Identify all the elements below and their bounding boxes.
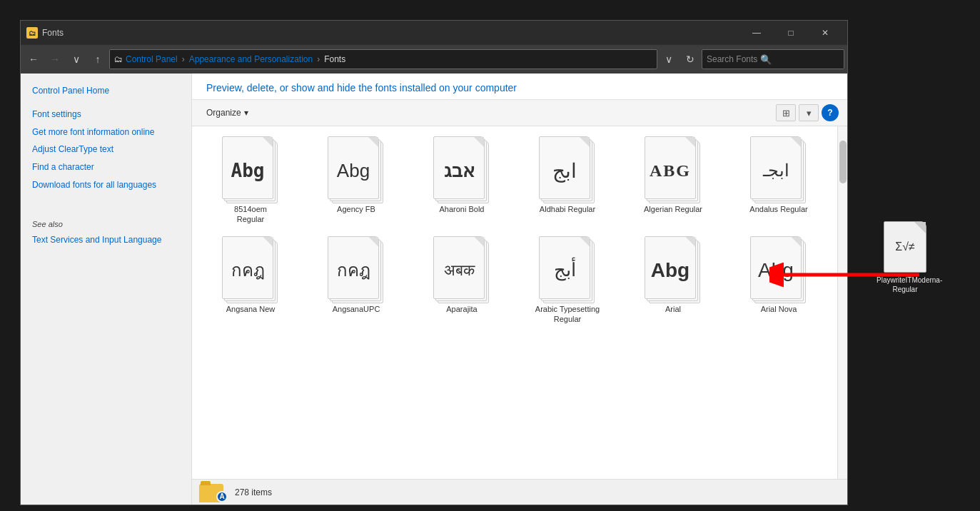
folder-tab bbox=[201, 481, 211, 485]
status-folder: A bbox=[199, 481, 228, 504]
font-icon-aharoni: אבג bbox=[433, 136, 490, 204]
status-letter-badge: A bbox=[216, 491, 228, 502]
sidebar-font-settings[interactable]: Font settings bbox=[21, 106, 191, 123]
help-button[interactable]: ? bbox=[822, 104, 839, 121]
toolbar: Organize ▾ ⊞ ▾ ? bbox=[192, 100, 847, 126]
paper-content: ابجـ bbox=[751, 137, 801, 198]
font-name-arial: Arial bbox=[665, 304, 681, 314]
paper-corner bbox=[914, 222, 926, 233]
font-name-algerian: Algerian Regular bbox=[644, 204, 702, 214]
sidebar-home-link[interactable]: Control Panel Home bbox=[21, 82, 191, 100]
font-item-arial[interactable]: Abg Arial bbox=[623, 233, 723, 328]
address-box[interactable]: 🗂 Control Panel › Appearance and Persona… bbox=[109, 49, 657, 69]
sidebar-find-character[interactable]: Find a character bbox=[21, 158, 191, 176]
font-icon-angsana-upc: กคฎ bbox=[328, 236, 385, 304]
font-name-aharoni: Aharoni Bold bbox=[440, 204, 485, 214]
window-title: Fonts bbox=[42, 28, 740, 38]
font-item-agency-fb[interactable]: Abg Agency FB bbox=[306, 133, 406, 228]
font-grid-container[interactable]: Abg 8514oemRegular bbox=[192, 126, 837, 479]
paper-content: ABG bbox=[645, 137, 695, 198]
organize-button[interactable]: Organize ▾ bbox=[201, 105, 254, 121]
organize-label: Organize bbox=[206, 108, 241, 118]
grid-with-scrollbar: Abg 8514oemRegular bbox=[192, 126, 847, 479]
up-button[interactable]: ↑ bbox=[88, 49, 108, 69]
paper-content: ابج bbox=[540, 137, 590, 198]
breadcrumb-item-appearance[interactable]: Appearance and Personalization bbox=[189, 54, 313, 64]
maximize-button[interactable]: □ bbox=[774, 21, 807, 45]
separator-1: › bbox=[182, 54, 185, 64]
sidebar-font-info-online[interactable]: Get more font information online bbox=[21, 123, 191, 141]
window-controls: — □ ✕ bbox=[740, 21, 842, 45]
font-item-algerian[interactable]: ABG Algerian Regular bbox=[623, 133, 723, 228]
back-button[interactable]: ← bbox=[24, 49, 44, 69]
search-placeholder: Search Fonts bbox=[707, 54, 757, 64]
font-item-angsana-upc[interactable]: กคฎ AngsanaUPC bbox=[306, 233, 406, 328]
font-icon-agency-fb: Abg bbox=[328, 136, 385, 204]
address-dropdown-button[interactable]: ∨ bbox=[659, 49, 679, 69]
font-name-8514oem: 8514oemRegular bbox=[234, 204, 267, 225]
paper-front: Abg bbox=[222, 136, 273, 199]
refresh-button[interactable]: ↻ bbox=[680, 49, 700, 69]
font-icon-8514oem: Abg bbox=[222, 136, 279, 204]
paper-content: Abg bbox=[645, 237, 695, 298]
annotation-arrow bbox=[769, 253, 926, 296]
sidebar-cleartype[interactable]: Adjust ClearType text bbox=[21, 141, 191, 158]
font-item-andalus[interactable]: ابجـ Andalus Regular bbox=[729, 133, 829, 228]
paper-front: Abg bbox=[328, 136, 379, 199]
font-icon-aparajita: अबक bbox=[433, 236, 490, 304]
paper-content: אבג bbox=[434, 137, 484, 198]
scrollbar-thumb[interactable] bbox=[839, 141, 847, 183]
font-item-8514oem[interactable]: Abg 8514oemRegular bbox=[201, 133, 300, 228]
view-dropdown-button[interactable]: ▾ bbox=[799, 104, 819, 121]
font-name-arial-nova: Arial Nova bbox=[761, 304, 797, 314]
font-name-arabic-typesetting: Arabic TypesettingRegular bbox=[535, 304, 600, 325]
main-window: 🗂 Fonts — □ ✕ ← → ∨ ↑ 🗂 Control Panel › … bbox=[20, 20, 848, 505]
window-icon: 🗂 bbox=[26, 27, 38, 39]
font-item-aparajita[interactable]: अबक Aparajita bbox=[412, 233, 512, 328]
font-icon-angsana-new: กคฎ bbox=[222, 236, 279, 304]
sidebar-download-fonts[interactable]: Download fonts for all languages bbox=[21, 176, 191, 194]
font-name-angsana-upc: AngsanaUPC bbox=[333, 304, 380, 314]
paper-front: ابج bbox=[539, 136, 590, 199]
paper-front: กคฎ bbox=[328, 236, 379, 299]
organize-dropdown-icon: ▾ bbox=[244, 108, 248, 118]
search-icon: 🔍 bbox=[760, 54, 772, 65]
close-button[interactable]: ✕ bbox=[809, 21, 842, 45]
font-name-agency-fb: Agency FB bbox=[337, 204, 375, 214]
main-heading: Preview, delete, or show and hide the fo… bbox=[192, 74, 847, 100]
paper-front: กคฎ bbox=[222, 236, 273, 299]
paper-content: กคฎ bbox=[223, 237, 273, 298]
scrollbar-track[interactable] bbox=[837, 126, 847, 479]
paper-front: אבג bbox=[433, 136, 485, 199]
font-item-aldhabi[interactable]: ابج Aldhabi Regular bbox=[517, 133, 617, 228]
content-area: Control Panel Home Font settings Get mor… bbox=[21, 74, 847, 505]
forward-button[interactable]: → bbox=[45, 49, 65, 69]
font-item-angsana-new[interactable]: กคฎ Angsana New bbox=[201, 233, 300, 328]
font-name-andalus: Andalus Regular bbox=[749, 204, 807, 214]
paper-content: กคฎ bbox=[328, 237, 378, 298]
titlebar: 🗂 Fonts — □ ✕ bbox=[21, 21, 847, 45]
paper-content: Abg bbox=[328, 137, 378, 198]
sidebar-text-services[interactable]: Text Services and Input Language bbox=[21, 231, 191, 249]
paper-content: अबक bbox=[434, 237, 484, 298]
see-also-label: See also bbox=[21, 208, 191, 231]
search-box[interactable]: Search Fonts 🔍 bbox=[702, 49, 844, 69]
dropdown-button[interactable]: ∨ bbox=[66, 49, 86, 69]
folder-icon: 🗂 bbox=[114, 54, 123, 64]
sidebar: Control Panel Home Font settings Get mor… bbox=[21, 74, 192, 505]
paper-front: अबक bbox=[433, 236, 485, 299]
paper-front: ABG bbox=[645, 136, 696, 199]
breadcrumb-item-control-panel[interactable]: Control Panel bbox=[126, 54, 178, 64]
font-item-arabic-typesetting[interactable]: أبج Arabic TypesettingRegular bbox=[517, 233, 617, 328]
minimize-button[interactable]: — bbox=[740, 21, 773, 45]
font-icon-algerian: ABG bbox=[645, 136, 702, 204]
font-icon-andalus: ابجـ bbox=[750, 136, 807, 204]
breadcrumb-item-fonts[interactable]: Fonts bbox=[324, 54, 345, 64]
status-item-count: 278 items bbox=[235, 487, 272, 497]
paper-front: Abg bbox=[645, 236, 696, 299]
font-name-aldhabi: Aldhabi Regular bbox=[540, 204, 595, 214]
font-item-aharoni[interactable]: אבג Aharoni Bold bbox=[412, 133, 512, 228]
paper-front: ابجـ bbox=[750, 136, 802, 199]
view-button[interactable]: ⊞ bbox=[776, 104, 796, 121]
paper-front: أبج bbox=[539, 236, 590, 299]
